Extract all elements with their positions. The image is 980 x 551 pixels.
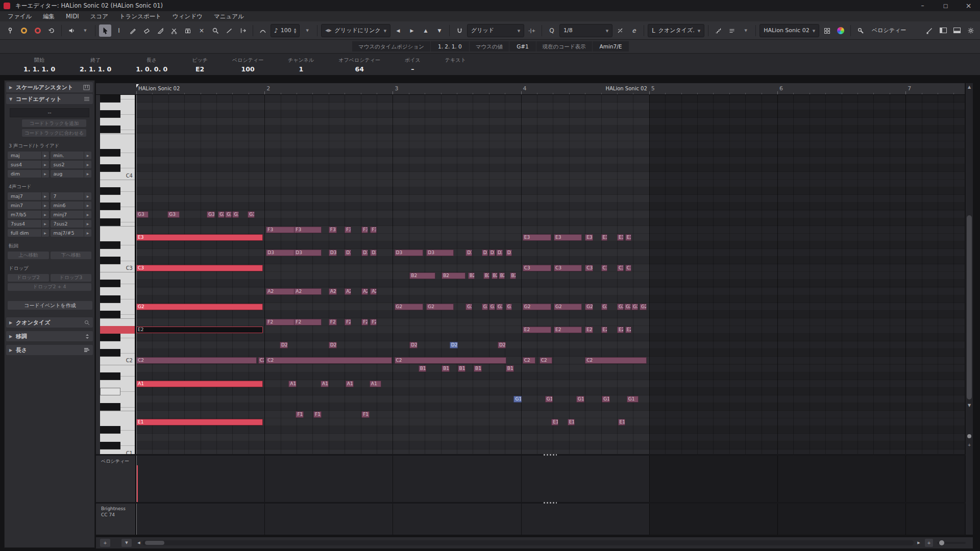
midi-note[interactable]: G1 — [513, 396, 522, 403]
midi-note[interactable]: D3 — [465, 249, 472, 256]
midi-note[interactable]: G2 — [617, 304, 624, 310]
split-tool[interactable] — [168, 24, 180, 37]
midi-input-icon[interactable] — [726, 24, 738, 37]
midi-note[interactable]: B2 — [499, 272, 505, 279]
chord-button-ドロップ3[interactable]: ドロップ3 — [51, 274, 92, 282]
midi-note[interactable]: B2 — [483, 272, 490, 279]
scroll-down-arrow[interactable]: ▼ — [966, 402, 973, 409]
piano-key-black[interactable] — [100, 295, 120, 303]
chord-play-arrow-icon[interactable] — [84, 220, 91, 228]
chord-button-m7/b5[interactable]: m7/b5 — [8, 211, 49, 218]
highlighted-key[interactable] — [100, 326, 135, 334]
midi-note[interactable]: F2 — [345, 319, 351, 325]
midi-note[interactable]: G2 — [489, 304, 496, 310]
autoscroll-icon[interactable] — [237, 24, 249, 37]
quantize-panel-button[interactable]: e — [628, 24, 640, 37]
midi-note[interactable]: G3 — [248, 211, 255, 218]
zoom-menu-button[interactable]: + — [100, 539, 110, 547]
midi-note[interactable]: A1 — [136, 381, 263, 387]
piano-key-black[interactable] — [100, 187, 120, 195]
midi-note[interactable]: E3 — [523, 234, 552, 241]
midi-note[interactable]: C3 — [585, 265, 593, 271]
chord-button-上へ移動[interactable]: 上へ移動 — [8, 252, 49, 259]
midi-note[interactable]: C2 — [523, 357, 535, 364]
menu-item-編集[interactable]: 編集 — [37, 11, 60, 21]
chord-play-arrow-icon[interactable] — [84, 152, 91, 159]
minimize-button[interactable] — [911, 0, 934, 11]
wrench-icon[interactable] — [854, 24, 867, 37]
midi-note[interactable]: B2 — [442, 272, 465, 279]
step-input-dropdown[interactable] — [740, 24, 752, 37]
midi-note[interactable]: E1 — [551, 419, 558, 425]
left-zone-icon[interactable] — [937, 24, 949, 37]
horizontal-scrollbar[interactable] — [142, 540, 914, 545]
chord-play-arrow-icon[interactable] — [84, 192, 91, 200]
midi-note[interactable]: F3 — [266, 227, 295, 233]
midi-note[interactable]: D3 — [482, 249, 488, 256]
midi-note[interactable]: D3 — [496, 249, 503, 256]
grid-link-dropdown[interactable]: ◀▶ グリッドにリンク — [321, 24, 390, 37]
info-field-value[interactable]: 100 — [241, 65, 255, 73]
show-part-borders-icon[interactable] — [821, 24, 833, 37]
chord-play-arrow-icon[interactable] — [84, 229, 91, 237]
midi-note[interactable]: B1 — [442, 365, 450, 372]
scroll-up-arrow[interactable]: ▲ — [966, 83, 973, 90]
midi-note[interactable]: D2 — [409, 342, 418, 348]
midi-note[interactable]: F1 — [296, 411, 304, 418]
midi-note[interactable]: D3 — [395, 249, 424, 256]
info-field-value[interactable]: 64 — [355, 65, 363, 73]
midi-note[interactable]: F2 — [266, 319, 295, 325]
chord-play-arrow-icon[interactable] — [41, 211, 49, 218]
grid-adjust-icon[interactable]: -|+ — [526, 24, 538, 37]
midi-note[interactable]: E3 — [625, 234, 632, 241]
info-field-value[interactable]: – — [411, 65, 414, 73]
record-in-editor-button[interactable] — [32, 24, 44, 37]
velocity-dropdown[interactable] — [301, 24, 313, 37]
midi-note[interactable]: G2 — [631, 304, 638, 310]
piano-key-black[interactable] — [100, 95, 120, 103]
midi-note[interactable]: B1 — [458, 365, 466, 372]
chord-play-arrow-icon[interactable] — [84, 161, 91, 168]
piano-key-black[interactable] — [100, 372, 120, 380]
midi-note[interactable]: E2 — [523, 327, 552, 333]
midi-note[interactable]: E1 — [618, 419, 625, 425]
piano-keyboard[interactable]: C4C3C2C1 — [100, 95, 136, 454]
midi-note[interactable]: G2 — [496, 304, 503, 310]
midi-note[interactable]: C3 — [554, 265, 582, 271]
insert-velocity-value[interactable]: 100 — [281, 27, 291, 34]
midi-note[interactable]: G3 — [232, 211, 239, 218]
add-chord-track-button[interactable]: コードトラックを追加 — [22, 119, 86, 127]
chord-button-min7[interactable]: min7 — [8, 202, 49, 209]
midi-note[interactable]: E2 — [625, 327, 632, 333]
vzoom-in-button[interactable]: + — [966, 441, 973, 448]
midi-note[interactable]: E2 — [601, 327, 608, 333]
midi-note[interactable]: D2 — [450, 342, 458, 348]
chord-play-arrow-icon[interactable] — [84, 211, 91, 218]
chord-button-dim[interactable]: dim — [8, 170, 49, 178]
midi-note[interactable]: G3 — [225, 211, 232, 218]
piano-key-black[interactable] — [100, 442, 120, 449]
glue-tool[interactable] — [182, 24, 194, 37]
chord-button-ドロップ2[interactable]: ドロップ2 — [8, 274, 49, 282]
velocity-lane[interactable] — [136, 456, 965, 502]
midi-note[interactable]: E3 — [617, 234, 624, 241]
chord-button-maj7/#5[interactable]: maj7/#5 — [51, 229, 92, 237]
chord-button-sus2[interactable]: sus2 — [51, 161, 92, 168]
transpose-up-button[interactable]: ▲ — [420, 24, 432, 37]
length-quantize-dropdown[interactable]: L クオンタイズ. — [648, 24, 704, 37]
midi-note[interactable]: D3 — [345, 249, 351, 256]
pin-icon[interactable] — [4, 24, 16, 37]
midi-note[interactable]: G1 — [602, 396, 610, 403]
close-button[interactable] — [957, 0, 980, 11]
menu-item-ファイル[interactable]: ファイル — [2, 11, 37, 21]
midi-note[interactable]: F3 — [329, 227, 337, 233]
piano-key-black[interactable] — [100, 311, 120, 318]
info-field-value[interactable] — [454, 65, 456, 73]
midi-note[interactable]: B2 — [468, 272, 475, 279]
iterative-quantize-icon[interactable] — [614, 24, 626, 37]
chord-button-maj7[interactable]: maj7 — [8, 192, 49, 200]
piano-key-black[interactable] — [100, 149, 120, 157]
trim-tool[interactable] — [154, 24, 166, 37]
midi-note[interactable]: A2 — [294, 288, 321, 295]
chord-button-下へ移動[interactable]: 下へ移動 — [51, 252, 92, 259]
